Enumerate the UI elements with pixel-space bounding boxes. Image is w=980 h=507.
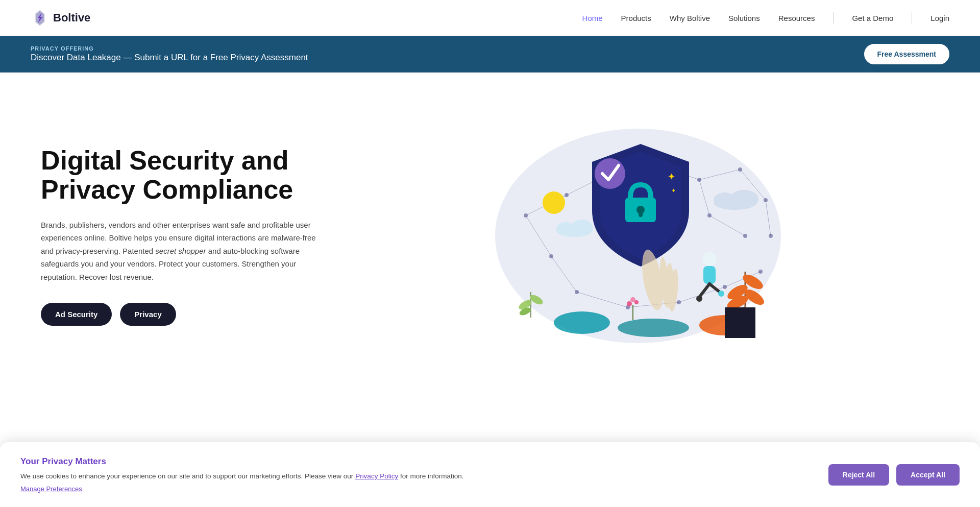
hero-cta-buttons: Ad Security Privacy (41, 303, 327, 326)
svg-text:✦: ✦ (668, 172, 675, 182)
svg-rect-40 (639, 210, 643, 217)
nav-divider (833, 12, 834, 23)
nav-products[interactable]: Products (621, 14, 651, 22)
brand-name: Boltive (53, 11, 90, 25)
nav-solutions[interactable]: Solutions (728, 14, 760, 22)
privacy-button[interactable]: Privacy (120, 303, 176, 326)
hero-title: Digital Security and Privacy Compliance (41, 146, 327, 204)
svg-point-31 (758, 270, 763, 274)
svg-point-21 (565, 193, 569, 197)
logo[interactable]: Boltive (31, 9, 90, 27)
svg-point-29 (677, 300, 681, 304)
svg-point-30 (723, 285, 727, 289)
nav-home[interactable]: Home (582, 14, 603, 22)
svg-point-78 (630, 297, 635, 302)
svg-point-33 (743, 234, 747, 238)
banner-text: Discover Data Leakage — Submit a URL for… (31, 53, 308, 63)
svg-point-53 (718, 291, 724, 297)
svg-point-52 (696, 296, 702, 302)
nav-login[interactable]: Login (930, 14, 949, 22)
hero-illustration: ✦ ✦ (327, 113, 949, 358)
free-assessment-button[interactable]: Free Assessment (864, 44, 949, 64)
promo-banner: Privacy Offering Discover Data Leakage —… (0, 36, 980, 73)
svg-point-60 (714, 192, 736, 208)
banner-label: Privacy Offering (31, 45, 308, 52)
svg-point-57 (556, 222, 575, 235)
nav-resources[interactable]: Resources (778, 14, 815, 22)
svg-point-36 (764, 198, 768, 202)
svg-point-32 (707, 213, 712, 218)
svg-rect-74 (725, 307, 755, 338)
nav-get-demo[interactable]: Get a Demo (852, 14, 893, 22)
svg-point-43 (595, 158, 625, 189)
svg-point-72 (618, 319, 689, 337)
svg-point-25 (738, 167, 742, 172)
svg-point-20 (524, 213, 528, 218)
svg-point-54 (543, 191, 565, 214)
hero-section: Digital Security and Privacy Compliance … (0, 73, 980, 389)
svg-point-76 (627, 301, 632, 306)
navbar: Boltive Home Products Why Boltive Soluti… (0, 0, 980, 36)
hero-svg-illustration: ✦ ✦ (475, 113, 801, 358)
hero-desc-italic: secret shopper (155, 247, 206, 255)
nav-links: Home Products Why Boltive Solutions Reso… (582, 12, 949, 23)
ad-security-button[interactable]: Ad Security (41, 303, 112, 326)
nav-divider-2 (912, 12, 912, 23)
svg-rect-49 (703, 266, 716, 284)
hero-description: Brands, publishers, vendors and other en… (41, 219, 327, 284)
svg-point-26 (549, 254, 553, 258)
svg-text:✦: ✦ (671, 187, 676, 194)
svg-point-24 (697, 178, 701, 182)
svg-point-48 (702, 252, 717, 266)
svg-point-71 (554, 311, 610, 334)
svg-point-27 (575, 290, 579, 294)
nav-why-boltive[interactable]: Why Boltive (670, 14, 710, 22)
svg-point-37 (769, 234, 773, 238)
